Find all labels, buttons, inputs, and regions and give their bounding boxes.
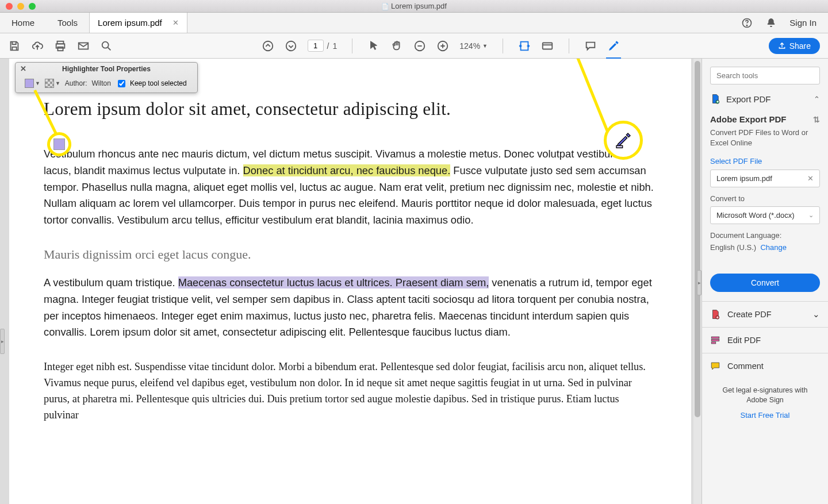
format-select[interactable]: Microsoft Word (*.docx) ⌄ — [710, 206, 820, 224]
create-pdf-icon — [710, 309, 720, 320]
highlight-yellow[interactable]: Donec at tincidunt arcu, nec faucibus ne… — [243, 164, 451, 176]
main-toolbar: / 1 124% ▼ Share — [0, 33, 828, 59]
format-value: Microsoft Word (*.docx) — [716, 211, 795, 220]
author-label: Author: — [65, 79, 87, 87]
keep-tool-label: Keep tool selected — [130, 79, 187, 87]
scrollbar-thumb[interactable] — [695, 61, 700, 417]
page-up-icon[interactable] — [262, 40, 274, 52]
chevron-down-icon: ⌄ — [808, 211, 814, 219]
document-viewport: Lorem ipsum dolor sit amet, consectetur … — [0, 59, 702, 504]
svg-rect-12 — [543, 43, 553, 49]
doc-paragraph-2: A vestibulum quam tristique. Maecenas co… — [44, 275, 657, 341]
edit-pdf-tool[interactable]: Edit PDF — [702, 327, 828, 353]
cloud-upload-icon[interactable] — [31, 40, 44, 52]
document-tab-label: Lorem ipsum.pdf — [98, 18, 162, 28]
sign-in-link[interactable]: Sign In — [789, 18, 816, 28]
export-pdf-label: Export PDF — [726, 94, 771, 104]
esign-promo: Get legal e-signatures with Adobe Sign — [702, 379, 828, 406]
svg-point-8 — [286, 41, 296, 51]
comment-icon[interactable] — [584, 40, 597, 52]
svg-point-1 — [747, 25, 747, 25]
tools-tab[interactable]: Tools — [46, 13, 89, 33]
right-panel-handle[interactable]: ▸ — [697, 270, 702, 295]
home-tab[interactable]: Home — [0, 13, 46, 33]
email-icon[interactable] — [77, 40, 90, 52]
callout-circle-highlighter — [604, 121, 643, 160]
selected-file-box[interactable]: Lorem ipsum.pdf ✕ — [710, 170, 820, 187]
selection-tool-icon[interactable] — [367, 40, 380, 52]
hand-tool-icon[interactable] — [390, 40, 403, 52]
doc-language-value: English (U.S.) — [710, 243, 756, 252]
share-button-label: Share — [789, 41, 811, 51]
doc-language-label: Document Language: — [710, 231, 820, 240]
clear-file-icon[interactable]: ✕ — [807, 174, 814, 183]
right-tools-panel: Export PDF ⌃ Adobe Export PDF ⇅ Convert … — [702, 59, 828, 504]
svg-point-7 — [263, 41, 273, 51]
export-subtitle: Convert PDF Files to Word or Excel Onlin… — [710, 128, 820, 148]
window-title: Lorem ipsum.pdf — [0, 2, 828, 10]
chevron-up-icon: ⌃ — [814, 95, 820, 103]
color-swatch[interactable]: ▼ — [25, 79, 40, 88]
share-button[interactable]: Share — [769, 38, 820, 54]
left-panel-handle[interactable]: ▸ — [0, 329, 5, 354]
document-tab[interactable]: Lorem ipsum.pdf ✕ — [89, 13, 187, 33]
doc-heading-1: Lorem ipsum dolor sit amet, consectetur … — [44, 99, 657, 120]
selected-file-name: Lorem ipsum.pdf — [716, 174, 772, 183]
highlight-purple[interactable]: Maecenas consectetur luctus lacus et ult… — [178, 276, 489, 288]
svg-point-6 — [102, 41, 109, 48]
export-settings-icon[interactable]: ⇅ — [813, 115, 820, 124]
notifications-icon[interactable] — [765, 17, 777, 29]
pdf-page: Lorem ipsum dolor sit amet, consectetur … — [9, 59, 691, 504]
close-tab-icon[interactable]: ✕ — [172, 18, 179, 27]
svg-rect-18 — [711, 342, 716, 344]
close-panel-icon[interactable]: ✕ — [20, 64, 26, 73]
page-indicator: / 1 — [308, 40, 338, 52]
page-separator: / — [327, 41, 329, 51]
opacity-swatch[interactable]: ▼ — [45, 79, 60, 88]
convert-to-label: Convert to — [710, 194, 820, 203]
start-free-trial-link[interactable]: Start Free Trial — [702, 406, 828, 429]
zoom-in-icon[interactable] — [436, 40, 449, 52]
export-title: Adobe Export PDF — [710, 114, 787, 124]
find-icon[interactable] — [100, 40, 113, 52]
save-icon[interactable] — [8, 40, 21, 52]
export-pdf-icon — [710, 94, 720, 104]
panel-title: Highlighter Tool Properties — [16, 63, 197, 75]
convert-button[interactable]: Convert — [710, 274, 820, 292]
doc-paragraph-1: Vestibulum rhoncus ante nec mauris dictu… — [44, 146, 657, 229]
zoom-out-icon[interactable] — [413, 40, 426, 52]
fit-width-icon[interactable] — [518, 40, 531, 52]
select-pdf-file-link[interactable]: Select PDF File — [710, 157, 762, 166]
read-mode-icon[interactable] — [541, 40, 554, 52]
highlighter-properties-panel[interactable]: Highlighter Tool Properties ✕ ▼ ▼ Author… — [15, 62, 198, 93]
callout-circle-swatch — [47, 132, 71, 156]
print-icon[interactable] — [54, 40, 67, 52]
svg-rect-17 — [711, 340, 719, 341]
search-tools-input[interactable] — [710, 67, 820, 84]
page-down-icon[interactable] — [285, 40, 297, 52]
comment-tool[interactable]: Comment — [702, 353, 828, 379]
export-pdf-section-header[interactable]: Export PDF ⌃ — [710, 94, 820, 104]
create-pdf-tool[interactable]: Create PDF ⌄ — [702, 301, 828, 327]
keep-tool-checkbox[interactable] — [118, 80, 125, 87]
app-tabs-row: Home Tools Lorem ipsum.pdf ✕ Sign In — [0, 13, 828, 33]
svg-rect-16 — [711, 337, 719, 338]
macos-titlebar: Lorem ipsum.pdf — [0, 0, 828, 13]
change-language-link[interactable]: Change — [760, 243, 787, 252]
zoom-level[interactable]: 124% ▼ — [459, 41, 488, 51]
highlighter-tool-icon[interactable] — [607, 40, 620, 52]
doc-heading-2: Mauris dignissim orci eget lacus congue. — [44, 247, 657, 262]
help-icon[interactable] — [741, 17, 753, 29]
edit-pdf-icon — [710, 335, 720, 345]
comment-tool-icon — [710, 361, 720, 371]
author-value: Wilton — [92, 79, 111, 87]
svg-rect-11 — [521, 41, 528, 50]
page-number-input[interactable] — [308, 40, 324, 52]
svg-rect-13 — [616, 145, 623, 148]
page-total: 1 — [333, 41, 338, 51]
chevron-down-icon: ⌄ — [812, 310, 820, 319]
doc-paragraph-3: Integer eget nibh est. Suspendisse vitae… — [44, 359, 657, 423]
